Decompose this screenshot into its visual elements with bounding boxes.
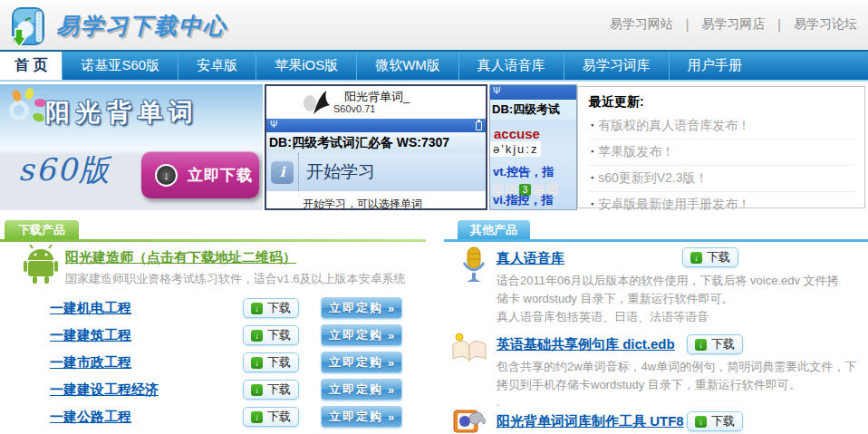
info-icon: i: [271, 161, 294, 184]
word-phonetic: ə'kju:z: [490, 141, 541, 157]
arrow-right-icon: »: [388, 383, 394, 397]
recent-updates-box: 最近更新: ▪有版权的真人语音库发布！ ▪苹果版发布！ ▪s60更新到V2.3版…: [577, 86, 865, 208]
phone-screenshot-main: 阳光背单词_ S60v0.71 Ψ DB:四级考试词汇必备 WS:7307 i …: [265, 84, 487, 210]
product-row: 一建建设工程经济 ↓ 下载 立即定购 »: [0, 380, 426, 402]
nav-windows-mobile[interactable]: 微软WM版: [356, 52, 458, 80]
download-button[interactable]: ↓ 下载: [682, 247, 738, 267]
promo-banner: 阳光背单词 s60版 ↓ 立即下载: [0, 84, 263, 210]
signal-icon: Ψ: [270, 120, 277, 130]
link-yixuexi-shop[interactable]: 易学习网店: [701, 16, 765, 33]
link-separator: |: [777, 17, 781, 32]
download-button[interactable]: ↓ 下载: [243, 298, 299, 318]
signal-icon: Ψ: [493, 86, 500, 96]
order-now-button[interactable]: 立即定购 »: [321, 297, 402, 319]
downloads-section-tab: 下载产品: [5, 220, 79, 239]
bullet-icon: ▪: [591, 173, 593, 182]
menu-item-subtext: 开始学习，可以选择单词: [266, 191, 486, 210]
android-icon: [24, 245, 58, 288]
builder-app-link[interactable]: 阳光建造师（点击有下载地址二维码）: [65, 249, 296, 266]
download-arrow-icon: ↓: [155, 164, 178, 187]
product-link-jingji[interactable]: 一建建设工程经济: [50, 381, 159, 399]
download-arrow-icon: ↓: [690, 252, 702, 264]
flower-logo-icon: [4, 88, 47, 131]
update-item: ▪安卓版最新使用手册发布！: [589, 192, 854, 217]
product-link-jianzhu[interactable]: 一建建筑工程: [50, 327, 131, 344]
arrow-right-icon: »: [388, 329, 394, 342]
header: 易学习下载中心 易学习网站 | 易学习网店 | 易学习论坛: [0, 0, 868, 50]
arrow-right-icon: »: [388, 356, 394, 370]
others-section-underline: [444, 239, 868, 242]
recent-updates-title: 最近更新:: [589, 94, 854, 111]
sentence-library-desc-line: .: [497, 395, 500, 409]
bullet-icon: ▪: [591, 121, 593, 130]
phone-screenshot-word: Ψ DB:四级考试 accuse ə'kju:z vt.控告，指 1 2 3 4…: [489, 84, 577, 210]
bullet-icon: ▪: [591, 147, 593, 156]
product-link-shizheng[interactable]: 一建市政工程: [50, 354, 131, 371]
sentence-library-desc-line: 包含共享的约2w单词音标，4w单词的例句，简明词典需要此文件，下: [497, 359, 856, 375]
nav-nokia-s60[interactable]: 诺基亚S60版: [62, 52, 178, 80]
link-yixuexi-forum[interactable]: 易学习论坛: [794, 16, 857, 33]
product-link-gonglu[interactable]: 一建公路工程: [50, 409, 131, 426]
download-arrow-icon: ↓: [695, 339, 707, 351]
main-nav: 首 页 诺基亚S60版 安卓版 苹果iOS版 微软WM版 真人语音库 易学习词库…: [0, 50, 868, 80]
link-separator: |: [686, 17, 690, 32]
nav-home[interactable]: 首 页: [0, 52, 62, 80]
product-row: 一建机电工程 ↓ 下载 立即定购 »: [0, 298, 426, 321]
download-arrow-icon: ↓: [251, 357, 263, 369]
phone-status-bar: Ψ: [490, 85, 576, 100]
banner-edition: s60版: [18, 149, 111, 191]
nav-voice-library[interactable]: 真人语音库: [458, 52, 564, 80]
word-meaning-vi: vi.指控，指: [493, 192, 553, 208]
sentence-library-desc-line: 拷贝到手机存储卡wordstudy 目录下，重新运行软件即可。: [497, 377, 801, 393]
app-logo-icon: [7, 4, 54, 53]
selected-menu-row: i 开始学习: [266, 153, 486, 191]
header-links: 易学习网站 | 易学习网店 | 易学习论坛: [610, 16, 857, 33]
download-button[interactable]: ↓ 下载: [687, 411, 743, 431]
download-button[interactable]: ↓ 下载: [243, 380, 299, 400]
sentence-library-link[interactable]: 英语基础共享例句库 dict.edb: [497, 336, 675, 353]
voice-library-link[interactable]: 真人语音库: [497, 250, 564, 267]
nav-underline: [0, 80, 868, 82]
product-link-jidian[interactable]: 一建机电工程: [50, 300, 131, 317]
update-item: ▪苹果版发布！: [589, 140, 854, 166]
order-now-button[interactable]: 立即定购 »: [321, 324, 402, 346]
nav-dictionary[interactable]: 易学习词库: [564, 52, 669, 80]
product-row: 一建市政工程 ↓ 下载 立即定购 »: [0, 352, 426, 375]
bullet-icon: ▪: [591, 199, 593, 208]
download-button[interactable]: ↓ 下载: [243, 352, 299, 372]
battery-icon: [476, 121, 482, 130]
download-button[interactable]: ↓ 下载: [243, 325, 299, 345]
banner-download-button[interactable]: ↓ 立即下载: [141, 151, 259, 198]
download-button[interactable]: ↓ 下载: [687, 334, 743, 354]
order-now-button[interactable]: 立即定购 »: [321, 406, 402, 428]
download-arrow-icon: ↓: [695, 416, 707, 428]
downloads-section-underline: [0, 239, 426, 242]
dict-maker-tool-link[interactable]: 阳光背单词词库制作工具 UTF8: [497, 413, 684, 430]
download-arrow-icon: ↓: [251, 330, 263, 342]
page: 易学习下载中心 易学习网站 | 易学习网店 | 易学习论坛 首 页 诺基亚S60…: [0, 0, 868, 434]
order-now-button[interactable]: 立即定购 »: [321, 352, 402, 373]
update-item: ▪s60更新到V2.3版！: [589, 166, 854, 192]
arrow-right-icon: »: [388, 302, 394, 315]
db-info-line: DB:四级考试词汇必备 WS:7307: [266, 132, 486, 153]
product-row: 一建建筑工程 ↓ 下载 立即定购 »: [0, 325, 426, 348]
word-headword: accuse: [490, 120, 576, 141]
nav-user-manual[interactable]: 用户手册: [669, 52, 760, 80]
toolbook-icon: [451, 408, 486, 434]
nav-apple-ios[interactable]: 苹果iOS版: [256, 52, 356, 80]
db-info-line: DB:四级考试: [490, 100, 576, 120]
update-item: ▪有版权的真人语音库发布！: [589, 113, 854, 140]
builder-app-description: 国家建造师职业资格考试练习软件，适合v1.6及以上版本安卓系统: [65, 271, 406, 287]
arrow-right-icon: »: [388, 410, 394, 424]
others-section-tab: 其他产品: [458, 220, 530, 239]
voice-library-desc-line: 适合2011年06月以后版本的软件使用，下载后将 voice.edv 文件拷: [497, 273, 839, 289]
phone-status-bar: Ψ: [266, 119, 486, 132]
download-arrow-icon: ↓: [251, 411, 263, 423]
site-title: 易学习下载中心: [56, 11, 227, 41]
link-yixuexi-website[interactable]: 易学习网站: [610, 16, 673, 33]
order-now-button[interactable]: 立即定购 »: [321, 379, 402, 400]
screenshot-app-version: S60v0.71: [333, 103, 375, 114]
download-button[interactable]: ↓ 下载: [243, 407, 299, 427]
product-row: 一建公路工程 ↓ 下载 立即定购 »: [0, 407, 426, 429]
nav-android[interactable]: 安卓版: [178, 52, 256, 80]
